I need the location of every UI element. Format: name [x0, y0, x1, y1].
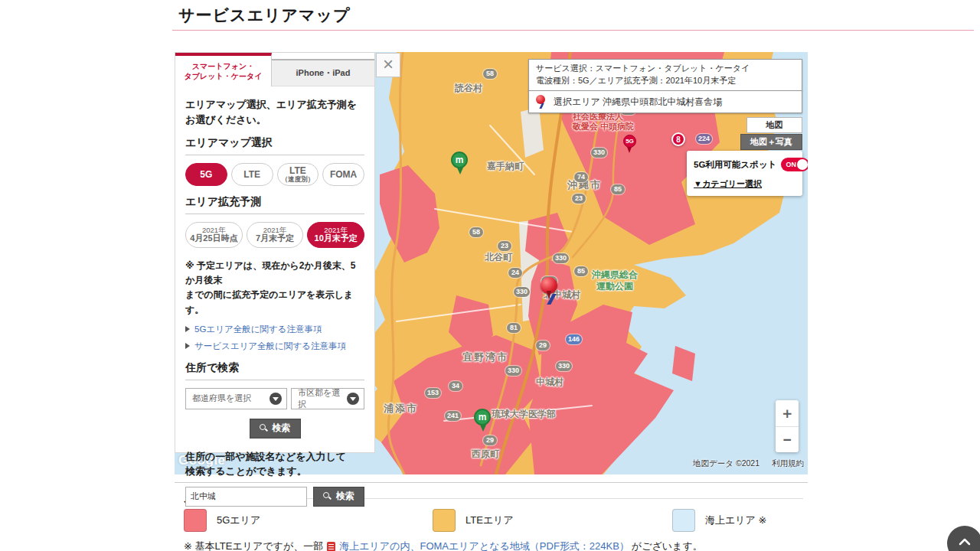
legend-item-5g: 5Gエリア [184, 509, 260, 532]
area-map-heading: エリアマップ選択 [185, 136, 364, 155]
selected-area-box: 選択エリア 沖縄県中頭郡北中城村喜舎場 [528, 90, 802, 113]
link-5g-notes[interactable]: 5Gエリア全般に関する注意事項 [185, 324, 364, 335]
legend-item-sea: 海上エリア ※ [672, 509, 766, 532]
route-shield-330: 330 [556, 361, 572, 371]
route-shield-241: 241 [445, 411, 461, 421]
chevron-up-icon [959, 538, 971, 546]
route-shield-224: 224 [696, 134, 712, 144]
5g-spot-panel: 5G利用可能スポット ON ▼カテゴリー選択 [687, 151, 802, 196]
device-tabs: スマートフォン・ タブレット・ケータイ iPhone・iPad [175, 53, 374, 86]
link-service-area-notes[interactable]: サービスエリア全般に関する注意事項 [185, 341, 364, 352]
route-shield-58: 58 [483, 69, 497, 79]
route-shield-330: 330 [591, 148, 607, 158]
city-select[interactable]: 市区郡を選択 [291, 388, 364, 409]
selected-location-pin [541, 277, 557, 294]
area-button-lte-speed[interactable]: LTE（速度別） [277, 163, 319, 186]
map-close-button[interactable]: × [376, 53, 400, 77]
map-place-label: 西原町 [472, 448, 499, 459]
search-icon [260, 424, 268, 432]
info-line1: サービス選択：スマートフォン・タブレット・ケータイ [536, 64, 750, 73]
map-type-photo-button[interactable]: 地図＋写真 [740, 134, 802, 150]
route-shield-330: 330 [505, 366, 521, 376]
map-place-label: 北谷町 [485, 252, 512, 262]
map-place-label: 嘉手納町 [487, 161, 524, 171]
page-title: サービスエリアマップ [178, 5, 350, 26]
arrow-right-icon [185, 343, 190, 349]
selected-area-text: 選択エリア 沖縄県中頭郡北中城村喜舎場 [554, 96, 722, 109]
keyword-search-button[interactable]: 検索 [313, 487, 364, 507]
prefecture-select[interactable]: 都道府県を選択 [185, 388, 287, 409]
5g-spot-label: 5G利用可能スポット [694, 159, 776, 171]
map-type-map-button[interactable]: 地図 [746, 117, 802, 133]
pin-icon [536, 95, 546, 109]
area-button-5g[interactable]: 5G [185, 163, 227, 186]
route-shield-153: 153 [425, 388, 441, 398]
legend-swatch-sea [672, 509, 695, 532]
5g-spot-toggle[interactable]: ON [781, 158, 808, 171]
station-spot-marker[interactable]: m [451, 152, 468, 168]
legend-note: ※ 基本LTEエリアですが、一部 海上エリアの内、FOMAエリアとなる地域（PD… [184, 540, 703, 551]
terms-link[interactable]: 利用規約 [772, 458, 804, 469]
route-shield-85: 85 [574, 266, 588, 276]
keyword-input[interactable] [185, 487, 307, 507]
area-button-foma[interactable]: FOMA [322, 163, 364, 186]
forecast-buttons: 2021年4月25日時点 2021年7月末予定 2021年10月末予定 [185, 222, 364, 248]
route-shield-330: 330 [553, 253, 569, 263]
map-place-label: 中城村 [536, 377, 564, 387]
route-shield-85: 85 [611, 184, 625, 194]
map-place-label: 琉球大学医学部 [492, 409, 556, 419]
route-shield-34: 34 [449, 381, 462, 391]
route-shield-29: 29 [536, 341, 550, 350]
forecast-button-current[interactable]: 2021年4月25日時点 [185, 222, 243, 248]
route-shield-146: 146 [566, 334, 582, 344]
title-divider [172, 30, 974, 31]
hospital-label: 社会医療法人 敬愛会 中頭病院 [573, 112, 634, 132]
chevron-down-icon [347, 393, 359, 405]
pdf-icon [327, 542, 335, 551]
forecast-note: ※ 予定エリアは、現在から2か月後末、5か月後末 までの間に拡充予定のエリアを表… [185, 259, 364, 318]
info-line2: 電波種別：5G／エリア拡充予測：2021年10月末予定 [536, 76, 736, 85]
map-place-label: 浦添市 [384, 403, 418, 415]
route-shield-29: 29 [483, 435, 497, 445]
address-search-heading: 住所で検索 [185, 361, 364, 380]
arrow-right-icon [185, 326, 190, 332]
legend-item-lte: LTEエリア [433, 509, 514, 532]
map-place-label: 読谷村 [455, 83, 482, 93]
zoom-out-button[interactable]: − [776, 426, 799, 452]
search-icon [323, 492, 332, 500]
legend-swatch-lte [433, 509, 456, 532]
tab-iphone-ipad[interactable]: iPhone・iPad [272, 59, 374, 86]
category-select-link[interactable]: ▼カテゴリー選択 [694, 178, 795, 190]
5g-spot-pin[interactable]: 5G [623, 135, 636, 148]
area-map-buttons: 5G LTE LTE（速度別） FOMA [185, 163, 364, 186]
park-label: 沖縄県総合 運動公園 [592, 269, 638, 292]
map-place-label: 宜野湾市 [462, 351, 508, 364]
tab-smartphone-tablet-keitai[interactable]: スマートフォン・ タブレット・ケータイ [175, 53, 272, 86]
forecast-button-october[interactable]: 2021年10月末予定 [307, 222, 364, 248]
foma-area-pdf-link[interactable]: 海上エリアの内、FOMAエリアとなる地域（PDF形式：224KB） [339, 540, 629, 551]
route-shield-81: 81 [507, 323, 521, 333]
chevron-down-icon [270, 393, 282, 405]
zoom-in-button[interactable]: ＋ [776, 400, 799, 426]
area-button-lte[interactable]: LTE [231, 163, 273, 186]
keyword-hint: 住所の一部や施設名などを入力して 検索することができます。 [185, 449, 364, 479]
back-to-top-button[interactable] [947, 526, 980, 551]
5g-spot-cluster-marker[interactable]: 8 [671, 132, 685, 146]
route-shield-23: 23 [572, 194, 586, 204]
route-shield-24: 24 [508, 268, 522, 278]
forecast-button-july[interactable]: 2021年7月末予定 [247, 222, 304, 248]
zoom-control: ＋ − [776, 400, 799, 452]
route-shield-23: 23 [498, 241, 511, 251]
map-info-box: サービス選択：スマートフォン・タブレット・ケータイ 電波種別：5G／エリア拡充予… [528, 59, 802, 91]
route-shield-58: 58 [469, 227, 483, 237]
station-spot-marker[interactable]: m [474, 409, 491, 425]
route-shield-74: 74 [574, 172, 588, 182]
panel-intro-text: エリアマップ選択、エリア拡充予測を お選びください。 [185, 97, 364, 127]
forecast-heading: エリア拡充予測 [185, 195, 364, 214]
map-attribution: 地図データ ©2021 [693, 458, 760, 469]
control-panel: スマートフォン・ タブレット・ケータイ iPhone・iPad エリアマップ選択… [175, 52, 375, 453]
legend-swatch-5g [184, 509, 207, 532]
address-search-button[interactable]: 検索 [250, 419, 301, 439]
route-shield-330: 330 [514, 287, 530, 297]
